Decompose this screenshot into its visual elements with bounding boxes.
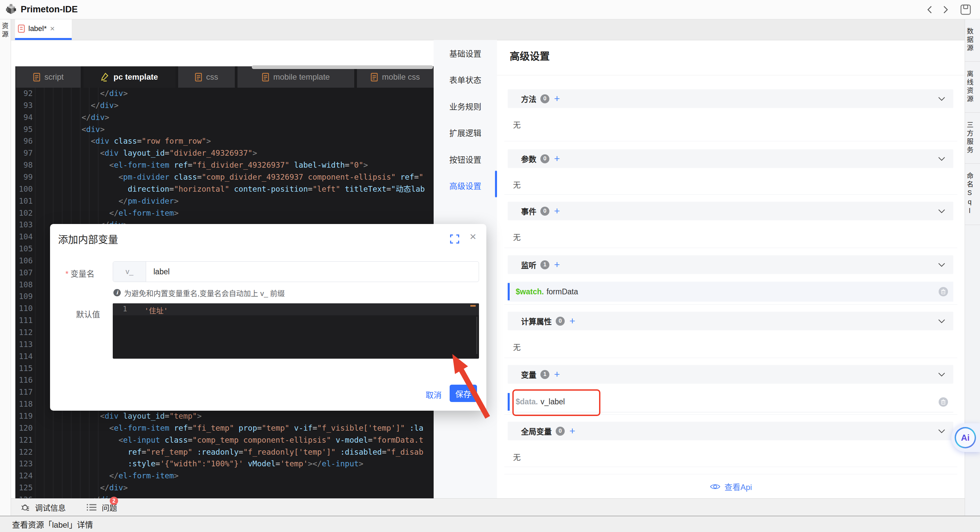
add-icon[interactable]: + [554, 206, 560, 216]
history-back-icon[interactable] [926, 5, 933, 15]
code-line-124[interactable]: </el-form-item> [35, 471, 434, 481]
add-internal-variable-dialog: 添加内部变量 × *变量名 v_ label i 为避免和内置变量重名,变量名会… [50, 224, 486, 411]
app-title: Primeton-IDE [21, 4, 78, 15]
code-line-92[interactable]: </div> [35, 88, 434, 98]
debug-info-button[interactable]: 调试信息 [21, 502, 66, 513]
code-line-97[interactable]: <div layout_id="divider_49326937"> [35, 148, 434, 158]
editor-horizontal-scrollbar[interactable] [252, 65, 433, 69]
section-header-4[interactable]: 计算属性0+ [508, 312, 953, 330]
file-icon [371, 73, 378, 82]
code-line-96[interactable]: <div class="row form_row"> [35, 136, 434, 146]
section-empty-text: 无 [513, 119, 521, 130]
primeton-ide-window: Primeton-IDE 资源 [0, 0, 980, 532]
chevron-down-icon[interactable] [938, 372, 945, 377]
chevron-down-icon[interactable] [938, 429, 945, 434]
nav-item-4[interactable]: 按钮设置 [434, 152, 497, 166]
chevron-down-icon[interactable] [938, 97, 945, 101]
nav-item-5[interactable]: 高级设置 [434, 178, 497, 193]
code-line-98[interactable]: <el-form-item ref="fi_divider_49326937" … [35, 160, 434, 170]
section-divider [504, 474, 957, 474]
editor-tab-css[interactable]: css [178, 66, 235, 88]
code-line-94[interactable]: </div> [35, 112, 434, 122]
chevron-down-icon[interactable] [938, 319, 945, 323]
section-label: 计算属性 [521, 315, 552, 327]
close-dialog-icon[interactable]: × [470, 231, 476, 242]
right-rail-tab-3[interactable]: 命名Sql [965, 164, 980, 225]
editor-tab-script[interactable]: script [16, 66, 81, 88]
right-rail-tab-1[interactable]: 离线资源 [965, 62, 980, 113]
variable-name-input[interactable]: v_ label [113, 261, 479, 282]
variable-name-value[interactable]: label [146, 262, 479, 282]
section-header-2[interactable]: 事件0+ [508, 202, 953, 220]
code-line-100[interactable]: direction="horizontal" content-position=… [35, 184, 434, 194]
section-header-3[interactable]: 监听1+ [508, 255, 953, 274]
section-header-5[interactable]: 变量1+ [508, 365, 953, 384]
save-icon[interactable] [960, 4, 971, 15]
right-rail-tab-0[interactable]: 数据源 [965, 19, 980, 62]
nav-item-1[interactable]: 表单状态 [434, 72, 497, 87]
section-label: 全局变量 [521, 425, 552, 437]
info-icon: i [113, 289, 121, 296]
nav-item-0[interactable]: 基础设置 [434, 46, 497, 60]
add-icon[interactable]: + [554, 369, 560, 380]
document-tab-label[interactable]: label* × [15, 19, 72, 38]
save-button[interactable]: 保存 [450, 385, 477, 402]
editor-tab-pc-template[interactable]: pc template [83, 66, 175, 88]
line-number: 119 [15, 411, 33, 421]
section-empty-text: 无 [513, 341, 521, 353]
add-icon[interactable]: + [554, 260, 560, 270]
line-number: 99 [15, 172, 33, 182]
chevron-down-icon[interactable] [938, 157, 945, 161]
line-number: 113 [15, 339, 33, 349]
add-icon[interactable]: + [570, 316, 575, 326]
code-line-121[interactable]: <el-input class="comp_temp component-ell… [35, 435, 434, 445]
section-header-1[interactable]: 参数0+ [508, 149, 953, 168]
list-icon [86, 503, 97, 511]
add-icon[interactable]: + [570, 426, 575, 436]
code-line-119[interactable]: <div layout_id="temp"> [35, 411, 434, 421]
view-api-link[interactable]: 查看Api [497, 481, 965, 492]
right-rail-tab-2[interactable]: 三方服务 [965, 113, 980, 164]
left-rail-resources-tab[interactable]: 资源 [0, 22, 11, 39]
chevron-down-icon[interactable] [938, 209, 945, 213]
editor-tab-mobile-css[interactable]: mobile css [357, 66, 434, 88]
history-forward-icon[interactable] [942, 5, 949, 15]
line-number: 114 [15, 351, 33, 361]
code-line-123[interactable]: :style='{"width":"100%"}' vModel='temp'>… [35, 459, 434, 468]
advanced-settings-panel: 高级设置 方法0+无参数0+无事件0+无监听1+$watch.formData计… [497, 40, 965, 498]
default-value-text[interactable]: '住址' [145, 305, 168, 315]
editor-tab-mobile-template[interactable]: mobile template [237, 66, 354, 88]
nav-item-2[interactable]: 业务规则 [434, 98, 497, 113]
line-number: 116 [15, 375, 33, 385]
section-header-0[interactable]: 方法0+ [508, 89, 953, 108]
section-item-formData[interactable]: $watch.formData [508, 282, 953, 302]
fullscreen-icon[interactable] [450, 234, 460, 244]
editor-scrollbar[interactable] [476, 317, 477, 354]
line-number: 109 [15, 291, 33, 301]
code-line-93[interactable]: </div> [35, 100, 434, 110]
editor-tab-label: mobile css [382, 72, 420, 82]
code-line-126[interactable]: </div [35, 495, 434, 498]
default-value-editor[interactable]: 1 '住址' [113, 303, 479, 359]
code-line-102[interactable]: </el-form-item> [35, 208, 434, 218]
add-icon[interactable]: + [554, 154, 560, 164]
code-line-101[interactable]: </pm-divider> [35, 196, 434, 206]
nav-item-3[interactable]: 扩展逻辑 [434, 125, 497, 140]
ai-icon[interactable]: Ai [955, 427, 976, 448]
ai-assistant-button[interactable]: Ai [951, 423, 980, 452]
chevron-down-icon[interactable] [938, 263, 945, 267]
code-line-95[interactable]: <div> [35, 124, 434, 134]
section-divider [504, 141, 957, 141]
code-line-122[interactable]: ref="ref_temp" :readonly="f_readonly['te… [35, 447, 434, 457]
code-line-120[interactable]: <el-form-item ref="fi_temp" prop="temp" … [35, 423, 434, 433]
section-item-v_label[interactable]: $data.v_label [508, 392, 953, 412]
debug-info-label: 调试信息 [35, 502, 66, 513]
add-icon[interactable]: + [554, 94, 560, 104]
section-header-6[interactable]: 全局变量0+ [508, 422, 953, 440]
cancel-button[interactable]: 取消 [426, 389, 442, 400]
delete-item-icon[interactable] [939, 287, 948, 296]
code-line-125[interactable]: </div> [35, 483, 434, 493]
delete-item-icon[interactable] [939, 397, 948, 407]
close-tab-icon[interactable]: × [50, 25, 55, 33]
code-line-99[interactable]: <pm-divider class="comp_divider_49326937… [35, 172, 434, 182]
